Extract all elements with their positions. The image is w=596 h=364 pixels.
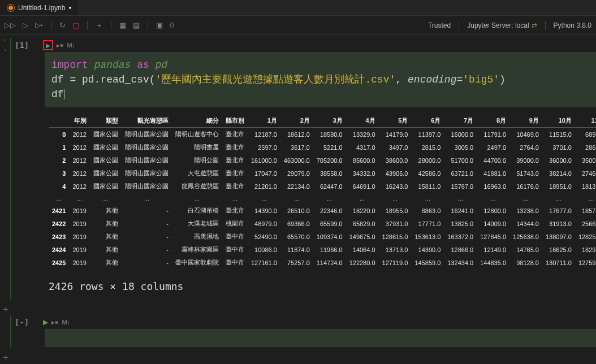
- table-row: 24212019其他-白石湖吊橋臺北市14390.026510.022346.0…: [49, 204, 596, 217]
- editor-tab[interactable]: Untitled-1.ipynb ●: [0, 0, 78, 15]
- column-header: 縣市別: [222, 114, 248, 128]
- column-header: 8月: [477, 114, 509, 128]
- add-cell-end[interactable]: ＋: [1, 352, 596, 363]
- fold-gutter: ⌃ ⌄: [0, 38, 10, 52]
- column-header: 類型: [90, 114, 122, 128]
- jupyter-icon: [7, 4, 15, 12]
- tab-bar: Untitled-1.ipynb ●: [0, 0, 596, 16]
- add-cell-icon[interactable]: ＋: [96, 20, 103, 31]
- column-header: 5月: [379, 114, 412, 128]
- interrupt-icon[interactable]: ▢: [72, 21, 79, 29]
- code-editor[interactable]: [43, 329, 596, 347]
- tab-title: Untitled-1.ipynb: [18, 4, 65, 12]
- code-cell-2[interactable]: [-] ▶ ▸≡ M↓: [10, 315, 596, 347]
- column-header: 7月: [444, 114, 477, 128]
- line-by-line-icon[interactable]: ▸≡: [57, 42, 63, 49]
- table-row: 22012國家公園陽明山國家公園陽明公園臺北市161000.0463000.07…: [49, 154, 596, 167]
- chevron-down-icon[interactable]: ⌄: [3, 46, 7, 52]
- column-header: 9月: [509, 114, 542, 128]
- column-header: 1月: [248, 114, 280, 128]
- variables-icon[interactable]: ▣: [156, 21, 163, 29]
- column-header: 10月: [542, 114, 575, 128]
- grid1-icon[interactable]: ▦: [119, 21, 126, 29]
- run-cell-icon[interactable]: ▷: [23, 21, 28, 29]
- column-header: 3月: [313, 114, 346, 128]
- add-cell-between[interactable]: ＋: [1, 304, 596, 315]
- notebook-toolbar: ▷▷ ▷ ▷▸ ↻ ▢ ＋ ▦ ▤ ▣ ⎙ Trusted Jupyter Se…: [0, 16, 596, 35]
- chevron-up-icon[interactable]: ⌃: [3, 38, 7, 45]
- markdown-toggle[interactable]: M↓: [62, 319, 70, 326]
- table-row: 02012國家公園陽明山國家公園陽明山遊客中心臺北市12187.018612.0…: [49, 128, 596, 141]
- kernel-status[interactable]: Python 3.8.0: [554, 21, 591, 29]
- line-by-line-icon[interactable]: ▸≡: [51, 319, 58, 326]
- export-icon[interactable]: ⎙: [170, 21, 174, 29]
- run-cell-button[interactable]: ▶: [43, 318, 48, 326]
- trusted-status[interactable]: Trusted: [428, 21, 451, 29]
- exec-count: [-]: [15, 318, 40, 327]
- column-header: 細分: [172, 114, 222, 128]
- code-editor[interactable]: import pandas as pd df = pd.read_csv('歷年…: [43, 52, 596, 107]
- run-all-icon[interactable]: ▷▷: [5, 21, 16, 29]
- run-below-icon[interactable]: ▷▸: [35, 21, 43, 29]
- markdown-toggle[interactable]: M↓: [67, 42, 75, 49]
- code-cell-1[interactable]: [1] ▶ ▸≡ M↓ import pandas as pd df = pd.…: [10, 38, 596, 299]
- restart-icon[interactable]: ↻: [59, 21, 66, 29]
- table-row: 24242019其他-霧峰林家園區臺中市10086.011874.011966.…: [49, 243, 596, 256]
- cell-output: 年別類型觀光遊憩區細分縣市別1月2月3月4月5月6月7月8月9月10月11月12…: [43, 107, 596, 274]
- table-row: 12012國家公園陽明山國家公園陽明書屋臺北市2597.03617.05221.…: [49, 141, 596, 154]
- column-header: [49, 114, 69, 128]
- table-row: 24252019其他-臺中國家歌劇院臺中市127161.075257.01147…: [49, 256, 596, 269]
- dataframe-summary: 2426 rows × 18 columns: [43, 274, 596, 299]
- run-cell-button[interactable]: ▶: [43, 40, 53, 50]
- modified-indicator: ●: [68, 5, 71, 10]
- play-icon: ▶: [46, 42, 50, 49]
- column-header: 6月: [411, 114, 444, 128]
- table-row: 32012國家公園陽明山國家公園大屯遊憩區臺北市17047.029079.038…: [49, 167, 596, 180]
- dataframe-table: 年別類型觀光遊憩區細分縣市別1月2月3月4月5月6月7月8月9月10月11月12…: [49, 114, 596, 269]
- notebook-content: ⌃ ⌄ [1] ▶ ▸≡ M↓ import pandas as pd df =…: [0, 35, 596, 363]
- column-header: 觀光遊憩區: [122, 114, 172, 128]
- table-row: 42012國家公園陽明山國家公園龍鳳谷遊憩區臺北市21201.022134.06…: [49, 180, 596, 193]
- column-header: 2月: [280, 114, 313, 128]
- column-header: 4月: [346, 114, 379, 128]
- exec-count: [1]: [15, 41, 40, 50]
- table-row: 24232019其他-高美濕地臺中市52490.065570.0109374.0…: [49, 230, 596, 243]
- server-status[interactable]: Jupyter Server: local ⇄: [467, 21, 537, 29]
- column-header: 年別: [69, 114, 89, 128]
- grid2-icon[interactable]: ▤: [133, 21, 140, 29]
- link-icon: ⇄: [532, 21, 537, 29]
- column-header: 11月: [575, 114, 596, 128]
- table-row: 24222019其他-大溪老城區桃園市48979.069366.065599.0…: [49, 217, 596, 230]
